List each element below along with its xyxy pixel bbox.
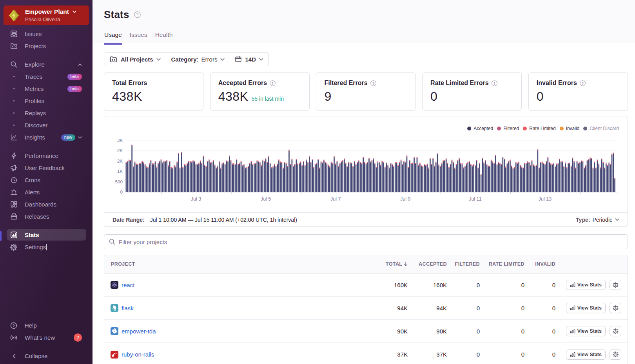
svg-text:Jul 13: Jul 13 bbox=[539, 196, 552, 202]
svg-text:?: ? bbox=[136, 13, 138, 17]
svg-text:Jul 7: Jul 7 bbox=[330, 196, 341, 202]
svg-text:2K: 2K bbox=[117, 148, 123, 153]
svg-text:Jul 9: Jul 9 bbox=[400, 196, 410, 202]
svg-text:?: ? bbox=[372, 81, 374, 85]
svg-text:0: 0 bbox=[120, 190, 123, 194]
svg-text:Jul 5: Jul 5 bbox=[261, 196, 271, 202]
svg-text:3K: 3K bbox=[117, 138, 123, 143]
svg-text:1K: 1K bbox=[117, 169, 123, 174]
svg-text:?: ? bbox=[13, 323, 15, 328]
svg-text:Jul 3: Jul 3 bbox=[191, 196, 201, 202]
svg-text:?: ? bbox=[493, 81, 495, 85]
svg-text:500: 500 bbox=[115, 179, 123, 184]
svg-text:2K: 2K bbox=[117, 159, 123, 163]
svg-text:Jul 11: Jul 11 bbox=[469, 196, 481, 202]
svg-text:?: ? bbox=[272, 81, 274, 85]
svg-text:?: ? bbox=[582, 81, 584, 85]
